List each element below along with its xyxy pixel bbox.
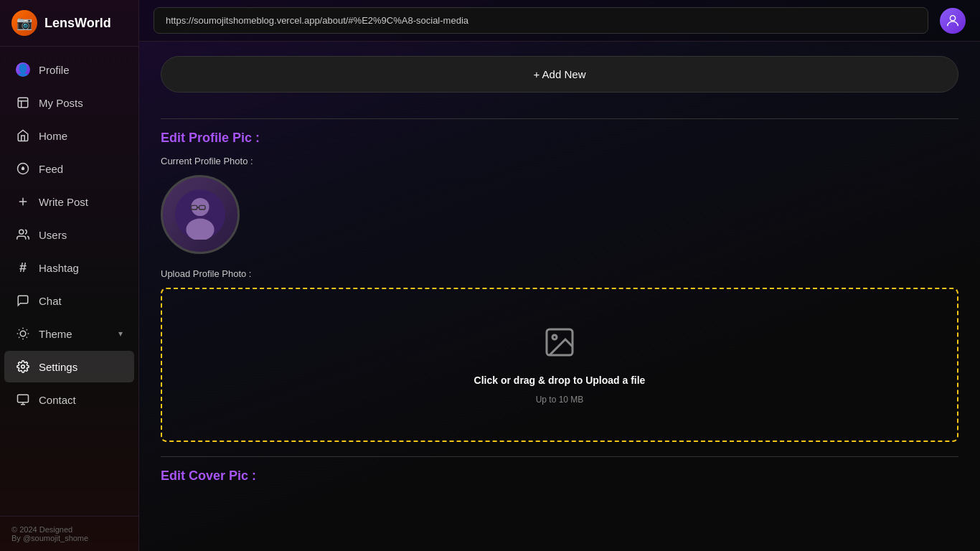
svg-point-8 xyxy=(19,230,24,234)
sidebar-item-label-write-post: Write Post xyxy=(39,196,123,208)
sidebar-item-label-feed: Feed xyxy=(39,163,123,175)
home-icon xyxy=(16,128,30,143)
profile-avatar-icon: 👤 xyxy=(16,62,30,77)
sidebar-item-label-hashtag: Hashtag xyxy=(39,262,123,274)
app-logo-icon: 📷 xyxy=(11,10,37,36)
sidebar-item-label-theme: Theme xyxy=(39,328,110,340)
theme-icon xyxy=(16,326,30,341)
upload-main-text: Click or drag & drop to Upload a file xyxy=(474,375,646,386)
theme-chevron-icon: ▾ xyxy=(118,329,123,339)
svg-point-15 xyxy=(186,219,214,240)
sidebar-item-write-post[interactable]: Write Post xyxy=(4,186,134,217)
upload-sub-text: Up to 10 MB xyxy=(536,395,584,405)
svg-point-12 xyxy=(950,15,955,20)
url-bar[interactable]: https://soumojitshomeblog.vercel.app/abo… xyxy=(154,7,928,34)
edit-profile-pic-title: Edit Profile Pic : xyxy=(161,131,958,146)
svg-rect-11 xyxy=(18,395,29,402)
my-posts-icon xyxy=(16,95,30,110)
write-post-icon xyxy=(16,194,30,209)
sidebar-item-label-contact: Contact xyxy=(39,394,123,406)
users-icon xyxy=(16,227,30,242)
sidebar-item-theme[interactable]: Theme ▾ xyxy=(4,318,134,349)
sidebar: 📷 LensWorld 👤 Profile My Posts Home xyxy=(0,0,139,551)
sidebar-item-feed[interactable]: Feed xyxy=(4,153,134,184)
svg-point-9 xyxy=(20,331,26,336)
upload-zone[interactable]: Click or drag & drop to Upload a file Up… xyxy=(161,288,958,442)
sidebar-item-label-profile: Profile xyxy=(39,64,123,76)
topbar-avatar[interactable] xyxy=(940,8,966,34)
sidebar-item-contact[interactable]: Contact xyxy=(4,384,134,415)
footer-line1: © 2024 Designed xyxy=(11,525,127,534)
edit-profile-pic-section: Edit Profile Pic : Current Profile Photo… xyxy=(161,131,958,442)
sidebar-header: 📷 LensWorld xyxy=(0,0,138,47)
page-body: + Add New Edit Profile Pic : Current Pro… xyxy=(139,42,980,498)
add-new-button[interactable]: + Add New xyxy=(161,56,958,93)
current-profile-pic xyxy=(161,175,240,254)
contact-icon xyxy=(16,392,30,407)
upload-image-icon xyxy=(542,325,577,366)
sidebar-item-chat[interactable]: Chat xyxy=(4,285,134,316)
sidebar-item-label-settings: Settings xyxy=(39,361,123,373)
svg-point-14 xyxy=(191,198,209,216)
svg-point-20 xyxy=(552,335,557,339)
upload-photo-label: Upload Profile Photo : xyxy=(161,268,958,279)
sidebar-item-profile[interactable]: 👤 Profile xyxy=(4,54,134,85)
sidebar-item-label-home: Home xyxy=(39,130,123,142)
sidebar-item-label-chat: Chat xyxy=(39,295,123,307)
divider-2 xyxy=(161,456,958,457)
sidebar-item-home[interactable]: Home xyxy=(4,120,134,151)
sidebar-item-settings[interactable]: Settings xyxy=(4,351,134,382)
app-title: LensWorld xyxy=(44,16,111,31)
main-content: https://soumojitshomeblog.vercel.app/abo… xyxy=(139,0,980,551)
chat-icon xyxy=(16,293,30,308)
topbar: https://soumojitshomeblog.vercel.app/abo… xyxy=(139,0,980,42)
sidebar-item-hashtag[interactable]: # Hashtag xyxy=(4,252,134,283)
footer-line2: By @soumojit_shome xyxy=(11,534,127,542)
settings-icon xyxy=(16,359,30,374)
divider-1 xyxy=(161,118,958,119)
edit-cover-pic-title: Edit Cover Pic : xyxy=(161,468,958,484)
svg-point-10 xyxy=(22,365,25,369)
svg-point-5 xyxy=(22,168,24,170)
edit-cover-pic-section: Edit Cover Pic : xyxy=(161,468,958,484)
sidebar-nav: 👤 Profile My Posts Home Feed xyxy=(0,47,138,516)
svg-rect-0 xyxy=(18,98,28,108)
sidebar-item-my-posts[interactable]: My Posts xyxy=(4,87,134,118)
hashtag-icon: # xyxy=(16,260,30,275)
sidebar-item-users[interactable]: Users xyxy=(4,219,134,250)
current-photo-label: Current Profile Photo : xyxy=(161,156,958,166)
sidebar-item-label-users: Users xyxy=(39,229,123,241)
sidebar-footer: © 2024 Designed By @soumojit_shome xyxy=(0,516,138,551)
logo-emoji: 📷 xyxy=(17,15,32,31)
feed-icon xyxy=(16,161,30,176)
sidebar-item-label-my-posts: My Posts xyxy=(39,97,123,109)
